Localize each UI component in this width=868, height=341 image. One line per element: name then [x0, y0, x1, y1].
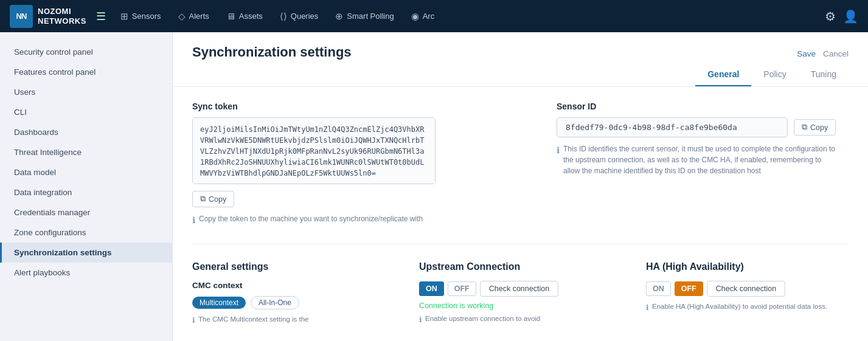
content-body: Sync token ⧉ Copy ℹ Copy the token to th…: [173, 87, 868, 340]
sensor-id-info: ℹ This ID identifies the current sensor,…: [557, 143, 836, 176]
arc-icon: ◉: [411, 11, 419, 22]
settings-icon[interactable]: ⚙: [825, 9, 836, 24]
sync-token-info: ℹ Copy the token to the machine you want…: [192, 213, 448, 227]
sync-token-copy-button[interactable]: ⧉ Copy: [192, 191, 234, 207]
tab-policy[interactable]: Policy: [751, 63, 798, 86]
ha-on-button[interactable]: ON: [646, 281, 671, 296]
nav-smart-polling-label: Smart Polling: [347, 12, 394, 21]
ha-block: HA (High Availability) ON OFF Check conn…: [646, 261, 849, 313]
sidebar-item-data-integration[interactable]: Data integration: [0, 182, 172, 202]
nav-smart-polling[interactable]: ⊕ Smart Polling: [328, 7, 401, 26]
sidebar: Security control panel Features control …: [0, 32, 173, 341]
token-section: Sync token ⧉ Copy ℹ Copy the token to th…: [192, 102, 849, 244]
sidebar-item-threat-intelligence[interactable]: Threat Intelligence: [0, 142, 172, 162]
sensor-copy-row: ⧉ Copy: [557, 117, 849, 137]
nav-sensors-label: Sensors: [132, 12, 161, 21]
sensor-id-input[interactable]: [557, 117, 788, 137]
sidebar-item-users[interactable]: Users: [0, 82, 172, 102]
ha-info: ℹ Enable HA (High Availability) to avoid…: [646, 301, 849, 313]
nav-right: ⚙ 👤: [825, 9, 858, 24]
upstream-info-icon: ℹ: [419, 314, 422, 325]
upstream-title: Upstream Connection: [419, 261, 622, 272]
ha-off-button[interactable]: OFF: [675, 281, 703, 296]
ha-check-connection-button[interactable]: Check connection: [707, 281, 785, 297]
sidebar-item-features-control-panel[interactable]: Features control panel: [0, 62, 172, 82]
sensor-id-label: Sensor ID: [557, 102, 849, 111]
upstream-block: Upstream Connection ON OFF Check connect…: [419, 261, 622, 325]
smart-polling-icon: ⊕: [335, 11, 343, 22]
info-icon: ℹ: [192, 214, 195, 227]
cmc-multicontext-button[interactable]: Multicontext: [192, 297, 246, 309]
tab-general[interactable]: General: [695, 63, 751, 86]
sidebar-item-security-control-panel[interactable]: Security control panel: [0, 42, 172, 62]
nav-sensors[interactable]: ⊞ Sensors: [113, 7, 168, 26]
sidebar-item-alert-playbooks[interactable]: Alert playbooks: [0, 263, 172, 283]
general-settings-block: General settings CMC context Multicontex…: [192, 261, 395, 326]
sidebar-item-dashboards[interactable]: Dashboards: [0, 122, 172, 142]
sidebar-item-synchronization-settings[interactable]: Synchronization settings: [0, 243, 172, 263]
upstream-off-button[interactable]: OFF: [448, 281, 476, 296]
sync-token-block: Sync token ⧉ Copy ℹ Copy the token to th…: [192, 102, 527, 227]
topnav: NN NOZOMINETWORKS ☰ ⊞ Sensors ◇ Alerts 🖥…: [0, 0, 868, 32]
nav-queries[interactable]: ⟨⟩ Queries: [273, 7, 326, 26]
save-button[interactable]: Save: [797, 49, 816, 58]
lower-section: General settings CMC context Multicontex…: [192, 261, 849, 326]
nav-assets-label: Assets: [239, 12, 263, 21]
sensor-id-block: Sensor ID ⧉ Copy ℹ This ID identifies th…: [557, 102, 849, 227]
user-icon[interactable]: 👤: [843, 9, 858, 24]
cmc-allinone-button[interactable]: All-In-One: [251, 296, 299, 309]
general-settings-info: ℹ The CMC Multicontext setting is the: [192, 314, 395, 326]
nav-alerts-label: Alerts: [189, 12, 209, 21]
nav-alerts[interactable]: ◇ Alerts: [171, 7, 217, 26]
nav-arc-label: Arc: [423, 12, 435, 21]
alerts-icon: ◇: [178, 11, 186, 22]
sidebar-item-credentials-manager[interactable]: Credentials manager: [0, 202, 172, 222]
upstream-info: ℹ Enable upstream connection to avoid: [419, 314, 622, 325]
sidebar-item-zone-configurations[interactable]: Zone configurations: [0, 222, 172, 243]
sync-token-label: Sync token: [192, 102, 527, 111]
logo[interactable]: NN NOZOMINETWORKS: [10, 5, 86, 28]
cmc-options-row: Multicontext All-In-One: [192, 296, 395, 309]
main-layout: Security control panel Features control …: [0, 32, 868, 341]
sensors-icon: ⊞: [120, 11, 128, 22]
queries-icon: ⟨⟩: [280, 11, 287, 22]
ha-info-icon: ℹ: [646, 302, 649, 313]
sidebar-item-data-model[interactable]: Data model: [0, 162, 172, 182]
gs-info-icon: ℹ: [192, 315, 195, 326]
content-header: Synchronization settings Save Cancel Gen…: [173, 32, 868, 87]
general-settings-title: General settings: [192, 261, 395, 272]
sensor-info-icon: ℹ: [557, 144, 560, 157]
cancel-button[interactable]: Cancel: [823, 49, 849, 58]
nav-queries-label: Queries: [291, 12, 319, 21]
copy-icon: ⧉: [200, 195, 206, 204]
nav-arc[interactable]: ◉ Arc: [404, 7, 442, 26]
assets-icon: 🖥: [226, 11, 235, 21]
content-area: Synchronization settings Save Cancel Gen…: [173, 32, 868, 341]
sync-token-textarea[interactable]: [192, 117, 436, 184]
upstream-status: Connection is working: [419, 301, 622, 310]
tab-tuning[interactable]: Tuning: [799, 63, 849, 86]
logo-text: NOZOMINETWORKS: [38, 7, 86, 26]
sensor-copy-icon: ⧉: [802, 123, 807, 132]
upstream-toggle-row: ON OFF Check connection: [419, 281, 622, 297]
sidebar-item-cli[interactable]: CLI: [0, 102, 172, 122]
tabs-row: General Policy Tuning: [695, 63, 849, 86]
ha-toggle-row: ON OFF Check connection: [646, 281, 849, 297]
nav-assets[interactable]: 🖥 Assets: [219, 7, 270, 25]
sync-token-wrap: [192, 117, 527, 186]
cmc-context-label: CMC context: [192, 281, 395, 290]
sensor-id-copy-button[interactable]: ⧉ Copy: [794, 119, 836, 136]
ha-title: HA (High Availability): [646, 261, 849, 272]
upstream-on-button[interactable]: ON: [419, 281, 444, 296]
action-row: Save Cancel: [797, 44, 849, 63]
logo-icon: NN: [10, 5, 33, 28]
upstream-check-connection-button[interactable]: Check connection: [480, 281, 558, 297]
page-title: Synchronization settings: [192, 44, 352, 70]
hamburger-icon[interactable]: ☰: [96, 10, 106, 23]
